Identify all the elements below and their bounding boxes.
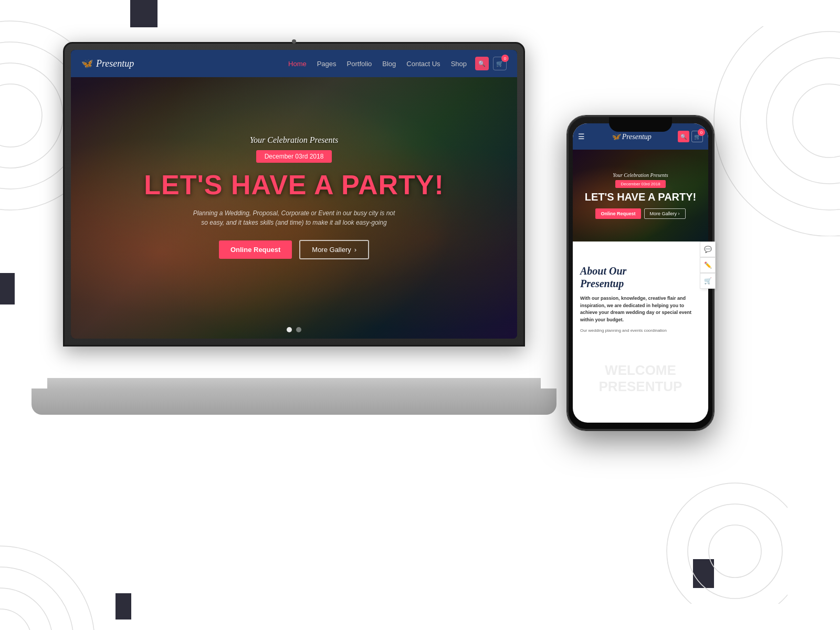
svg-point-10: [667, 483, 788, 604]
phone-hero-buttons: Online Request More Gallery ›: [595, 208, 685, 219]
circles-bottom-left: [0, 504, 126, 630]
laptop-base-bottom: [32, 388, 556, 415]
hero-date-badge: December 03rd 2018: [256, 150, 332, 163]
phone-bg-text-line1: WELCOME: [578, 362, 703, 379]
phone-about-title-line1: About Our: [580, 265, 701, 277]
more-gallery-button[interactable]: More Gallery ›: [299, 240, 369, 259]
laptop-logo: 🦋 Presentup: [81, 58, 134, 69]
svg-point-5: [766, 58, 840, 184]
phone-cart-badge: 0: [698, 129, 705, 136]
phone-date-badge: December 03rd 2018: [615, 180, 665, 188]
phone-about-title-line2: Presentup: [580, 277, 701, 290]
dark-rect-1: [130, 0, 158, 27]
phone-hero-title: LET'S HAVE A PARTY!: [585, 191, 697, 203]
phone-online-request-button[interactable]: Online Request: [595, 208, 640, 219]
phone-frame: ☰ 🦋 Presentup 🔍 🛒 0 Your Celebratio: [567, 116, 714, 430]
phone-about-sub-text: Our wedding planning and events coordina…: [580, 328, 701, 333]
laptop-camera: [292, 39, 296, 44]
hero-subtitle: Your Celebration Presents: [250, 135, 339, 145]
slider-dot-2[interactable]: [296, 327, 301, 332]
cart-button[interactable]: 🛒 0: [493, 57, 507, 70]
nav-link-contact[interactable]: Contact Us: [406, 60, 440, 68]
hero-title-highlight: PARTY!: [341, 170, 444, 200]
logo-butterfly-icon: 🦋: [81, 58, 93, 69]
hero-title-part1: LET'S HAVE A: [144, 170, 341, 200]
phone-bg-text-line2: PRESENTUP: [578, 379, 703, 395]
logo-text: Presentup: [96, 58, 134, 69]
phone-shop-icon[interactable]: 🛒: [700, 273, 716, 289]
phone-chat-icon[interactable]: 💬: [700, 242, 716, 257]
laptop-device: 🦋 Presentup Home Pages Portfolio Blog Co…: [63, 42, 536, 436]
hero-title: LET'S HAVE A PARTY!: [144, 170, 444, 200]
svg-point-11: [0, 609, 32, 630]
laptop-nav-links: Home Pages Portfolio Blog Contact Us Sho…: [288, 60, 467, 68]
svg-point-4: [793, 84, 840, 158]
phone-notch: [609, 117, 672, 132]
dark-rect-4: [116, 593, 131, 620]
nav-link-shop[interactable]: Shop: [451, 60, 467, 68]
phone-edit-icon[interactable]: ✏️: [700, 257, 716, 273]
phone-cart-button[interactable]: 🛒 0: [691, 131, 703, 142]
svg-point-13: [0, 567, 74, 630]
circles-right-bottom: [640, 457, 788, 604]
nav-icons: 🔍 🛒 0: [475, 57, 507, 70]
more-gallery-arrow: ›: [354, 246, 356, 254]
phone-more-gallery-button[interactable]: More Gallery ›: [644, 208, 686, 219]
svg-point-6: [740, 32, 840, 210]
hamburger-icon[interactable]: ☰: [578, 132, 585, 141]
nav-link-home[interactable]: Home: [288, 60, 307, 68]
laptop-navbar: 🦋 Presentup Home Pages Portfolio Blog Co…: [71, 50, 517, 77]
laptop-hero-content: Your Celebration Presents December 03rd …: [71, 77, 517, 318]
nav-link-portfolio[interactable]: Portfolio: [347, 60, 372, 68]
svg-point-0: [0, 84, 42, 147]
laptop-frame: 🦋 Presentup Home Pages Portfolio Blog Co…: [63, 42, 525, 346]
phone-nav-icons: 🔍 🛒 0: [678, 131, 703, 142]
more-gallery-label: More Gallery: [312, 246, 351, 254]
phone-about-section: WELCOME PRESENTUP About Our Presentup Wi…: [573, 242, 708, 341]
online-request-button[interactable]: Online Request: [219, 240, 292, 259]
nav-link-blog[interactable]: Blog: [382, 60, 396, 68]
dark-rect-3: [693, 559, 714, 588]
phone-logo-text: Presentup: [622, 133, 652, 141]
search-button[interactable]: 🔍: [475, 57, 489, 70]
nav-link-pages[interactable]: Pages: [317, 60, 337, 68]
phone-about-bold-text: With our passion, knowledge, creative fl…: [580, 295, 701, 323]
laptop-website: 🦋 Presentup Home Pages Portfolio Blog Co…: [71, 50, 517, 339]
laptop-screen: 🦋 Presentup Home Pages Portfolio Blog Co…: [71, 50, 517, 339]
phone-hero: Your Celebration Presents December 03rd …: [573, 150, 708, 242]
phone-hero-content: Your Celebration Presents December 03rd …: [573, 150, 708, 242]
svg-point-8: [709, 525, 761, 578]
svg-point-9: [688, 504, 782, 598]
cart-badge: 0: [501, 55, 509, 62]
svg-point-12: [0, 588, 52, 630]
dark-rect-2: [0, 273, 15, 304]
phone-about-bg-text: WELCOME PRESENTUP: [578, 362, 703, 395]
slider-dot-1[interactable]: [287, 327, 292, 332]
hero-slider-dots: [287, 327, 301, 332]
hero-buttons: Online Request More Gallery ›: [219, 240, 369, 259]
phone-screen: ☰ 🦋 Presentup 🔍 🛒 0 Your Celebratio: [573, 123, 708, 423]
phone-search-button[interactable]: 🔍: [678, 131, 689, 142]
phone-logo: 🦋 Presentup: [589, 132, 674, 141]
svg-point-7: [714, 26, 840, 236]
phone-about-title: About Our Presentup: [580, 265, 701, 290]
svg-point-1: [0, 63, 63, 168]
hero-description: Planning a Wedding, Proposal, Corporate …: [189, 208, 399, 227]
svg-point-14: [0, 546, 94, 630]
phone-hero-subtitle: Your Celebration Presents: [613, 172, 668, 178]
phone-right-icons: 💬 ✏️ 🛒: [700, 242, 716, 289]
phone-device: ☰ 🦋 Presentup 🔍 🛒 0 Your Celebratio: [567, 116, 714, 430]
phone-butterfly-icon: 🦋: [611, 133, 620, 141]
